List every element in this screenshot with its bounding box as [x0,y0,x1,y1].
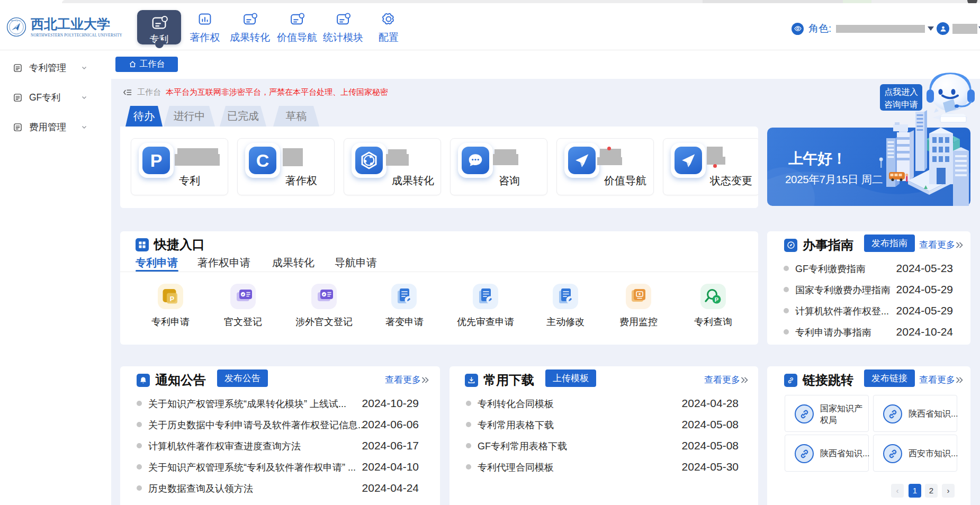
svg-text:西 北 工 业 大 学: 西 北 工 业 大 学 [11,20,22,22]
svg-text:P: P [715,296,718,303]
svg-text:1 9 3 8: 1 9 3 8 [14,33,19,35]
svg-text:P: P [170,295,174,303]
